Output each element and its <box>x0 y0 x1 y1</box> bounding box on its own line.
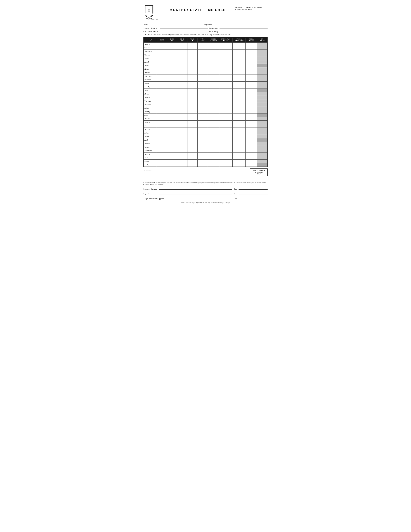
other-code-cell[interactable] <box>233 92 245 96</box>
time-cell[interactable] <box>167 92 177 96</box>
hours-worked-cell[interactable] <box>208 71 219 75</box>
ot-hours-cell[interactable] <box>257 160 267 163</box>
time-cell[interactable] <box>177 67 187 71</box>
total-hours-cell[interactable] <box>245 64 257 67</box>
time-cell[interactable] <box>197 64 208 67</box>
other-code-cell[interactable] <box>233 145 245 149</box>
date-cell[interactable] <box>157 89 167 92</box>
time-cell[interactable] <box>177 131 187 135</box>
total-hours-cell[interactable] <box>245 96 257 99</box>
date-field-2[interactable] <box>239 192 268 194</box>
ot-hours-cell[interactable] <box>257 114 267 117</box>
time-cell[interactable] <box>167 82 177 85</box>
ot-hours-cell[interactable] <box>257 53 267 57</box>
total-hours-cell[interactable] <box>245 60 257 64</box>
hours-worked-cell[interactable] <box>208 149 219 152</box>
time-cell[interactable] <box>187 135 197 138</box>
ot-hours-cell[interactable] <box>257 57 267 60</box>
other-paid-cell[interactable] <box>219 145 233 149</box>
time-cell[interactable] <box>197 106 208 110</box>
time-cell[interactable] <box>197 60 208 64</box>
other-paid-cell[interactable] <box>219 163 233 167</box>
other-paid-cell[interactable] <box>219 160 233 163</box>
total-hours-cell[interactable] <box>245 53 257 57</box>
time-cell[interactable] <box>177 78 187 82</box>
ot-hours-cell[interactable] <box>257 92 267 96</box>
ot-hours-cell[interactable] <box>257 135 267 138</box>
other-paid-cell[interactable] <box>219 149 233 152</box>
ot-hours-cell[interactable] <box>257 78 267 82</box>
total-hours-cell[interactable] <box>245 43 257 46</box>
other-code-cell[interactable] <box>233 114 245 117</box>
date-field-1[interactable] <box>239 187 268 190</box>
time-cell[interactable] <box>167 67 177 71</box>
date-cell[interactable] <box>157 85 167 89</box>
ot-hours-cell[interactable] <box>257 67 267 71</box>
time-cell[interactable] <box>167 128 177 131</box>
date-cell[interactable] <box>157 124 167 128</box>
employee-sig-field[interactable] <box>159 187 232 190</box>
date-cell[interactable] <box>157 99 167 103</box>
time-cell[interactable] <box>187 131 197 135</box>
hours-worked-cell[interactable] <box>208 138 219 142</box>
other-code-cell[interactable] <box>233 142 245 145</box>
other-paid-cell[interactable] <box>219 121 233 124</box>
time-cell[interactable] <box>167 131 177 135</box>
time-cell[interactable] <box>177 85 187 89</box>
hours-worked-cell[interactable] <box>208 110 219 114</box>
time-cell[interactable] <box>177 149 187 152</box>
ot-hours-cell[interactable] <box>257 85 267 89</box>
other-code-cell[interactable] <box>233 43 245 46</box>
time-cell[interactable] <box>167 142 177 145</box>
date-cell[interactable] <box>157 121 167 124</box>
time-cell[interactable] <box>177 160 187 163</box>
total-hours-cell[interactable] <box>245 99 257 103</box>
time-cell[interactable] <box>187 64 197 67</box>
time-cell[interactable] <box>177 82 187 85</box>
time-cell[interactable] <box>177 75 187 78</box>
time-cell[interactable] <box>167 50 177 53</box>
ot-hours-cell[interactable] <box>257 64 267 67</box>
time-cell[interactable] <box>187 121 197 124</box>
hours-worked-cell[interactable] <box>208 96 219 99</box>
time-cell[interactable] <box>177 64 187 67</box>
time-cell[interactable] <box>197 117 208 121</box>
date-cell[interactable] <box>157 71 167 75</box>
employee-id-field[interactable] <box>160 27 208 29</box>
ot-hours-cell[interactable] <box>257 149 267 152</box>
hours-worked-cell[interactable] <box>208 160 219 163</box>
ot-hours-cell[interactable] <box>257 110 267 114</box>
time-cell[interactable] <box>167 106 177 110</box>
hours-worked-cell[interactable] <box>208 152 219 156</box>
time-cell[interactable] <box>197 99 208 103</box>
time-cell[interactable] <box>187 46 197 50</box>
ot-hours-cell[interactable] <box>257 50 267 53</box>
other-code-cell[interactable] <box>233 156 245 160</box>
time-cell[interactable] <box>197 78 208 82</box>
time-cell[interactable] <box>187 156 197 160</box>
time-cell[interactable] <box>187 149 197 152</box>
ot-hours-cell[interactable] <box>257 96 267 99</box>
time-cell[interactable] <box>197 121 208 124</box>
time-cell[interactable] <box>187 124 197 128</box>
hours-worked-cell[interactable] <box>208 117 219 121</box>
other-paid-cell[interactable] <box>219 124 233 128</box>
other-code-cell[interactable] <box>233 85 245 89</box>
other-paid-cell[interactable] <box>219 46 233 50</box>
ot-hours-cell[interactable] <box>257 106 267 110</box>
total-hours-cell[interactable] <box>245 67 257 71</box>
time-cell[interactable] <box>177 145 187 149</box>
time-cell[interactable] <box>197 67 208 71</box>
time-cell[interactable] <box>177 53 187 57</box>
time-cell[interactable] <box>197 92 208 96</box>
ot-hours-cell[interactable] <box>257 156 267 160</box>
other-paid-cell[interactable] <box>219 131 233 135</box>
time-cell[interactable] <box>197 124 208 128</box>
hours-worked-cell[interactable] <box>208 43 219 46</box>
other-paid-cell[interactable] <box>219 71 233 75</box>
ot-hours-cell[interactable] <box>257 163 267 167</box>
other-paid-cell[interactable] <box>219 85 233 89</box>
total-hours-cell[interactable] <box>245 57 257 60</box>
hours-worked-cell[interactable] <box>208 53 219 57</box>
comment-line-2[interactable] <box>143 173 247 176</box>
